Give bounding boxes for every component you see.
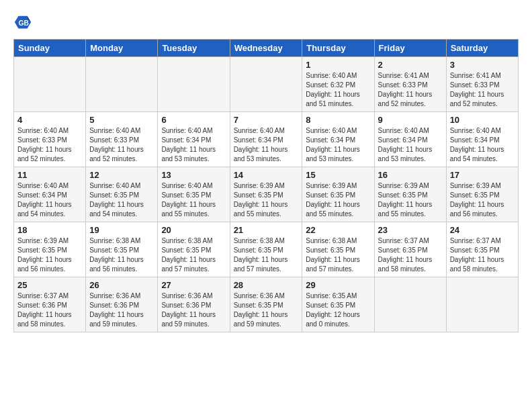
calendar-week-4: 25Sunrise: 6:37 AM Sunset: 6:36 PM Dayli… [14, 277, 519, 332]
calendar-cell: 1Sunrise: 6:40 AM Sunset: 6:32 PM Daylig… [302, 57, 374, 112]
day-info: Sunrise: 6:40 AM Sunset: 6:33 PM Dayligh… [17, 126, 82, 164]
day-number: 11 [17, 170, 82, 180]
day-number: 24 [450, 225, 515, 235]
day-number: 29 [306, 280, 370, 290]
weekday-header-monday: Monday [86, 40, 158, 57]
day-number: 18 [17, 225, 82, 235]
day-number: 10 [450, 115, 515, 125]
calendar-cell: 23Sunrise: 6:37 AM Sunset: 6:35 PM Dayli… [374, 222, 446, 277]
day-number: 5 [89, 115, 154, 125]
calendar-cell: 9Sunrise: 6:40 AM Sunset: 6:34 PM Daylig… [374, 112, 446, 167]
day-info: Sunrise: 6:39 AM Sunset: 6:35 PM Dayligh… [306, 181, 370, 219]
calendar-cell: 3Sunrise: 6:41 AM Sunset: 6:33 PM Daylig… [446, 57, 518, 112]
day-number: 4 [17, 115, 82, 125]
day-number: 7 [234, 115, 299, 125]
calendar-cell: 6Sunrise: 6:40 AM Sunset: 6:34 PM Daylig… [158, 112, 230, 167]
day-number: 22 [306, 225, 370, 235]
day-number: 20 [161, 225, 226, 235]
day-number: 3 [450, 60, 515, 70]
weekday-header-saturday: Saturday [446, 40, 518, 57]
day-number: 21 [234, 225, 299, 235]
day-info: Sunrise: 6:39 AM Sunset: 6:35 PM Dayligh… [17, 236, 82, 274]
day-number: 6 [161, 115, 226, 125]
calendar-cell: 29Sunrise: 6:35 AM Sunset: 6:35 PM Dayli… [302, 277, 374, 332]
day-number: 27 [161, 280, 226, 290]
day-info: Sunrise: 6:38 AM Sunset: 6:35 PM Dayligh… [161, 236, 226, 274]
calendar-cell: 22Sunrise: 6:38 AM Sunset: 6:35 PM Dayli… [302, 222, 374, 277]
calendar-cell: 15Sunrise: 6:39 AM Sunset: 6:35 PM Dayli… [302, 167, 374, 222]
calendar-cell: 21Sunrise: 6:38 AM Sunset: 6:35 PM Dayli… [230, 222, 302, 277]
calendar-cell: 25Sunrise: 6:37 AM Sunset: 6:36 PM Dayli… [14, 277, 86, 332]
calendar-cell: 24Sunrise: 6:37 AM Sunset: 6:35 PM Dayli… [446, 222, 518, 277]
calendar-cell: 19Sunrise: 6:38 AM Sunset: 6:35 PM Dayli… [86, 222, 158, 277]
calendar-cell: 2Sunrise: 6:41 AM Sunset: 6:33 PM Daylig… [374, 57, 446, 112]
calendar-cell: 12Sunrise: 6:40 AM Sunset: 6:35 PM Dayli… [86, 167, 158, 222]
calendar-cell: 16Sunrise: 6:39 AM Sunset: 6:35 PM Dayli… [374, 167, 446, 222]
calendar-cell: 10Sunrise: 6:40 AM Sunset: 6:34 PM Dayli… [446, 112, 518, 167]
day-number: 23 [378, 225, 443, 235]
day-info: Sunrise: 6:38 AM Sunset: 6:35 PM Dayligh… [306, 236, 370, 274]
day-info: Sunrise: 6:37 AM Sunset: 6:35 PM Dayligh… [450, 236, 515, 274]
calendar-cell: 20Sunrise: 6:38 AM Sunset: 6:35 PM Dayli… [158, 222, 230, 277]
svg-text:GB: GB [18, 19, 28, 27]
day-number: 14 [234, 170, 299, 180]
day-number: 16 [378, 170, 443, 180]
day-info: Sunrise: 6:38 AM Sunset: 6:35 PM Dayligh… [89, 236, 154, 274]
calendar-cell: 28Sunrise: 6:36 AM Sunset: 6:35 PM Dayli… [230, 277, 302, 332]
calendar-cell: 18Sunrise: 6:39 AM Sunset: 6:35 PM Dayli… [14, 222, 86, 277]
day-info: Sunrise: 6:39 AM Sunset: 6:35 PM Dayligh… [378, 181, 443, 219]
day-info: Sunrise: 6:40 AM Sunset: 6:34 PM Dayligh… [161, 126, 226, 164]
day-info: Sunrise: 6:41 AM Sunset: 6:33 PM Dayligh… [378, 71, 443, 109]
calendar-cell: 14Sunrise: 6:39 AM Sunset: 6:35 PM Dayli… [230, 167, 302, 222]
day-number: 28 [234, 280, 299, 290]
calendar-cell: 11Sunrise: 6:40 AM Sunset: 6:34 PM Dayli… [14, 167, 86, 222]
day-info: Sunrise: 6:38 AM Sunset: 6:35 PM Dayligh… [234, 236, 299, 274]
day-number: 2 [378, 60, 443, 70]
day-number: 12 [89, 170, 154, 180]
calendar-cell [158, 57, 230, 112]
day-info: Sunrise: 6:40 AM Sunset: 6:32 PM Dayligh… [306, 71, 370, 109]
calendar-cell: 17Sunrise: 6:39 AM Sunset: 6:35 PM Dayli… [446, 167, 518, 222]
page-header: GB [13, 13, 519, 32]
day-info: Sunrise: 6:36 AM Sunset: 6:35 PM Dayligh… [234, 291, 299, 329]
calendar-week-2: 11Sunrise: 6:40 AM Sunset: 6:34 PM Dayli… [14, 167, 519, 222]
day-info: Sunrise: 6:40 AM Sunset: 6:34 PM Dayligh… [17, 181, 82, 219]
calendar-cell: 4Sunrise: 6:40 AM Sunset: 6:33 PM Daylig… [14, 112, 86, 167]
weekday-header-wednesday: Wednesday [230, 40, 302, 57]
calendar-cell: 13Sunrise: 6:40 AM Sunset: 6:35 PM Dayli… [158, 167, 230, 222]
day-info: Sunrise: 6:36 AM Sunset: 6:36 PM Dayligh… [161, 291, 226, 329]
day-info: Sunrise: 6:37 AM Sunset: 6:36 PM Dayligh… [17, 291, 82, 329]
calendar-cell: 26Sunrise: 6:36 AM Sunset: 6:36 PM Dayli… [86, 277, 158, 332]
calendar-week-1: 4Sunrise: 6:40 AM Sunset: 6:33 PM Daylig… [14, 112, 519, 167]
calendar-week-0: 1Sunrise: 6:40 AM Sunset: 6:32 PM Daylig… [14, 57, 519, 112]
calendar-cell: 8Sunrise: 6:40 AM Sunset: 6:34 PM Daylig… [302, 112, 374, 167]
day-number: 13 [161, 170, 226, 180]
calendar-week-3: 18Sunrise: 6:39 AM Sunset: 6:35 PM Dayli… [14, 222, 519, 277]
calendar-cell [446, 277, 518, 332]
day-info: Sunrise: 6:37 AM Sunset: 6:35 PM Dayligh… [378, 236, 443, 274]
day-number: 15 [306, 170, 370, 180]
day-number: 1 [306, 60, 370, 70]
day-number: 26 [89, 280, 154, 290]
day-info: Sunrise: 6:40 AM Sunset: 6:35 PM Dayligh… [161, 181, 226, 219]
calendar-cell: 7Sunrise: 6:40 AM Sunset: 6:34 PM Daylig… [230, 112, 302, 167]
calendar-cell [14, 57, 86, 112]
day-number: 19 [89, 225, 154, 235]
calendar-body: 1Sunrise: 6:40 AM Sunset: 6:32 PM Daylig… [14, 57, 519, 332]
calendar-cell [230, 57, 302, 112]
day-info: Sunrise: 6:40 AM Sunset: 6:34 PM Dayligh… [306, 126, 370, 164]
calendar-table: SundayMondayTuesdayWednesdayThursdayFrid… [13, 39, 519, 332]
day-info: Sunrise: 6:40 AM Sunset: 6:34 PM Dayligh… [378, 126, 443, 164]
day-info: Sunrise: 6:40 AM Sunset: 6:33 PM Dayligh… [89, 126, 154, 164]
logo: GB [13, 13, 35, 32]
day-info: Sunrise: 6:40 AM Sunset: 6:34 PM Dayligh… [450, 126, 515, 164]
day-info: Sunrise: 6:39 AM Sunset: 6:35 PM Dayligh… [234, 181, 299, 219]
weekday-header-thursday: Thursday [302, 40, 374, 57]
calendar-cell: 5Sunrise: 6:40 AM Sunset: 6:33 PM Daylig… [86, 112, 158, 167]
calendar-cell: 27Sunrise: 6:36 AM Sunset: 6:36 PM Dayli… [158, 277, 230, 332]
day-number: 8 [306, 115, 370, 125]
weekday-header-friday: Friday [374, 40, 446, 57]
calendar-cell [86, 57, 158, 112]
day-info: Sunrise: 6:40 AM Sunset: 6:35 PM Dayligh… [89, 181, 154, 219]
calendar-header-row: SundayMondayTuesdayWednesdayThursdayFrid… [14, 40, 519, 57]
